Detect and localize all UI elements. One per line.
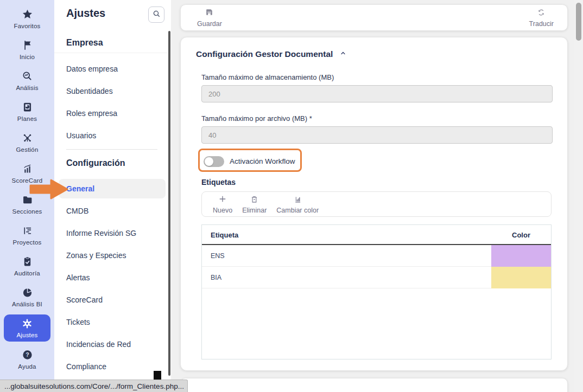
gear-icon [21,318,33,330]
nav-label: Proyectos [13,239,42,246]
nav-item-ayuda[interactable]: ? Ayuda [0,344,54,375]
max-storage-label: Tamaño máximo de almacenamiento (MB) [201,73,334,81]
nav-label: Inicio [20,54,35,60]
nav-label: Auditoría [14,270,40,277]
save-button[interactable]: Guardar [197,8,222,28]
color-swatch[interactable] [491,245,551,267]
annotation-highlight-box [198,149,302,172]
search-button[interactable] [148,7,164,23]
table-header: Etiqueta Color [202,225,551,245]
sidebar-scrollbar[interactable] [168,31,170,376]
annotation-arrow [27,178,71,201]
nav-item-auditoria[interactable]: Auditoría [0,250,54,281]
settings-item-usuarios[interactable]: Usuarios [66,131,96,140]
settings-item-informe-revision-sg[interactable]: Informe Revisión SG [66,229,136,237]
scrollbar-thumb[interactable] [576,3,581,41]
trash-icon [250,195,259,206]
settings-item-incidencias-de-red[interactable]: Incidencias de Red [66,340,131,349]
settings-item-zonas-y-especies[interactable]: Zonas y Especies [66,251,126,260]
translate-label: Traducir [529,20,554,28]
section-header-configuracion: Configuración [66,158,125,168]
new-button[interactable]: Nuevo [213,194,232,214]
settings-sidebar: Ajustes Empresa Datos empresa Subentidad… [54,0,171,392]
save-icon [205,8,214,19]
flag-icon [21,40,33,52]
section-header-empresa: Empresa [66,38,103,48]
change-color-button[interactable]: Cambiar color [276,195,319,214]
nav-label: Secciones [12,208,42,215]
table-row[interactable]: BIA [202,267,551,288]
settings-item-general[interactable]: General [59,179,166,198]
nav-item-ajustes[interactable]: Ajustes [4,314,50,342]
divider [54,53,168,53]
chart-bars-icon [293,195,302,206]
nav-item-inicio[interactable]: Inicio [0,34,54,65]
search-chart-icon [21,70,33,82]
max-file-size-input[interactable] [201,126,553,144]
task-list-icon [21,225,33,237]
settings-item-alertas[interactable]: Alertas [66,273,90,282]
network-icon [21,132,33,144]
settings-item-cmdb[interactable]: CMDB [66,207,88,215]
config-panel: Configuración Gestor Documental Tamaño m… [180,37,568,371]
nav-item-analisis[interactable]: Análisis [0,65,54,96]
etiqueta-name: ENS [211,252,225,260]
etiquetas-toolbar: Nuevo Eliminar Cambiar color [201,191,552,217]
panel-title[interactable]: Configuración Gestor Documental [196,49,347,59]
pie-chart-icon [21,287,33,299]
plus-icon [218,194,227,206]
table-row[interactable]: ENS [202,245,551,267]
nav-item-gestion[interactable]: Gestión [0,127,54,158]
delete-label: Eliminar [242,207,267,214]
nav-item-analisis-bi[interactable]: Análisis BI [0,281,54,312]
max-file-size-label: Tamaño máximo por archivo (MB) * [201,114,312,123]
etiqueta-name: BIA [211,274,221,281]
clipboard-check-icon [21,256,33,268]
delete-button[interactable]: Eliminar [242,195,267,214]
app-window: Favoritos Inicio Análisis Planes Gestión… [0,0,583,392]
question-icon: ? [21,349,33,361]
settings-item-roles-empresa[interactable]: Roles empresa [66,109,117,118]
chevron-up-icon [339,49,347,59]
nav-item-favoritos[interactable]: Favoritos [0,3,54,34]
settings-item-subentidades[interactable]: Subentidades [66,87,113,95]
divider [66,149,157,150]
nav-label: Favoritos [14,23,40,29]
action-toolbar: Guardar Traducir [180,4,568,31]
settings-item-datos-empresa[interactable]: Datos empresa [66,65,118,73]
color-swatch[interactable] [491,267,551,288]
column-header-etiqueta: Etiqueta [211,231,238,239]
save-label: Guardar [197,20,222,28]
refresh-icon [537,8,546,19]
svg-text:?: ? [26,351,29,358]
etiquetas-heading: Etiquetas [201,178,236,187]
translate-button[interactable]: Traducir [529,8,554,28]
nav-item-planes[interactable]: Planes [0,96,54,127]
etiquetas-table: Etiqueta Color ENS BIA [201,224,552,359]
new-label: Nuevo [213,207,232,214]
nav-label: Ajustes [16,332,37,338]
nav-label: Análisis [16,85,38,91]
search-icon [152,9,161,21]
status-url: ...globalsuitesolutions.com/Core/.../for… [4,382,184,390]
mouse-cursor [154,371,161,380]
star-icon [21,9,33,21]
nav-label: Gestión [16,146,38,153]
column-header-color: Color [491,231,551,239]
book-icon [21,101,33,113]
settings-item-scorecard[interactable]: ScoreCard [66,295,103,304]
settings-item-compliance[interactable]: Compliance [66,362,106,371]
settings-item-tickets[interactable]: Tickets [66,318,90,326]
change-color-label: Cambiar color [276,207,319,214]
nav-item-proyectos[interactable]: Proyectos [0,220,54,250]
nav-label: Ayuda [18,363,36,370]
panel-title-text: Configuración Gestor Documental [196,49,333,59]
next-panel-partial [180,378,568,392]
nav-label: Planes [17,115,37,122]
settings-title: Ajustes [66,7,105,20]
link-status-bar: ...globalsuitesolutions.com/Core/.../for… [0,380,188,392]
bar-chart-icon [21,163,33,175]
max-storage-input[interactable] [201,85,553,102]
main-content: Guardar Traducir Configuración Gestor Do… [171,0,583,392]
page-scrollbar[interactable] [574,0,583,392]
